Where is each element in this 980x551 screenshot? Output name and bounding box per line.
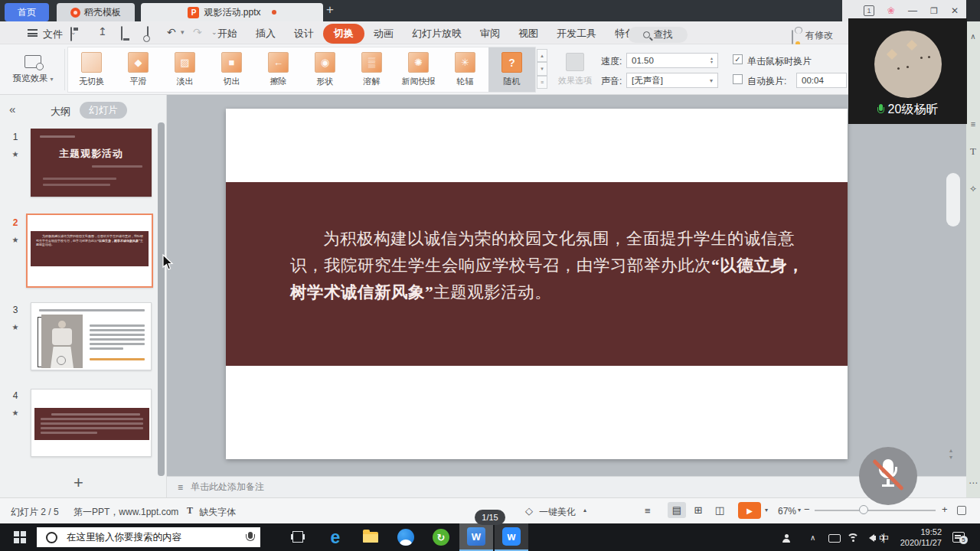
tab-document[interactable]: P 观影活动.pptx [141,3,323,21]
meeting-video-overlay[interactable]: 20级杨昕 [848,18,967,124]
canvas-scroll-arrows[interactable]: ▴ ▾ [949,447,952,461]
menu-item-slideshow[interactable]: 幻灯片放映 [403,24,471,43]
taskbar-meeting[interactable]: w [495,523,528,551]
zoom-slider-track[interactable] [815,510,936,511]
sound-select[interactable]: [无声音] ▾ [626,73,718,88]
clock[interactable]: 19:52 2020/11/27 [894,527,942,548]
panel-scrollbar[interactable] [158,122,165,476]
taskbar-explorer[interactable] [354,523,387,551]
zoom-out-button[interactable]: − [804,504,810,515]
strip-settings-icon[interactable]: ≡ [966,119,980,129]
menu-item-home[interactable]: 开始 [208,24,247,43]
mic-muted-button[interactable] [859,447,917,505]
window-count-icon[interactable]: 1 [864,5,874,16]
tab-docer-templates[interactable]: 稻壳模板 [57,3,135,21]
menu-item-design[interactable]: 设计 [285,24,323,43]
scroll-down-icon[interactable]: ▾ [949,454,952,461]
notes-bar[interactable]: ≡ 单击此处添加备注 [167,476,966,497]
transition-cut[interactable]: ■ 切出 [208,47,255,92]
gallery-scroll-up-icon[interactable]: ▴ [537,49,547,62]
beautify-caret-icon[interactable]: ▴ [583,507,586,514]
transition-morph[interactable]: ◆ 平滑 [115,47,162,92]
zoom-level[interactable]: 67% [778,506,796,517]
menu-item-insert[interactable]: 插入 [247,24,285,43]
fit-to-window-icon[interactable] [957,506,966,515]
menu-item-view[interactable]: 视图 [509,24,547,43]
tray-chevron-icon[interactable]: ∧ [810,533,815,542]
strip-more-icon[interactable]: ⋯ [966,478,980,488]
task-view-button[interactable] [292,531,303,543]
transition-wheel[interactable]: ✳ 轮辐 [442,47,488,92]
collapse-panel-icon[interactable]: « [9,103,15,116]
print-preview-icon[interactable] [147,26,149,41]
transition-newsflash[interactable]: ✺ 新闻快报 [395,47,442,92]
speed-input[interactable]: 01.50 ▴▾ [626,53,718,68]
start-button[interactable] [14,531,26,543]
gallery-scroll-down-icon[interactable]: ▾ [537,62,547,75]
canvas-scrollbar-thumb[interactable] [946,173,960,227]
undo-icon[interactable]: ↶ [167,26,176,38]
auto-advance-input[interactable]: 00:04 [796,73,847,88]
play-caret-icon[interactable]: ▾ [765,507,768,514]
vip-flower-icon[interactable]: ❀ [887,5,895,16]
menu-item-animation[interactable]: 动画 [364,24,403,43]
missing-font-label[interactable]: 缺失字体 [199,506,236,519]
minimize-button[interactable]: — [908,5,917,16]
scroll-up-icon[interactable]: ▴ [949,447,952,454]
beautify-icon[interactable]: ◇ [525,505,533,517]
print-icon[interactable] [121,26,122,41]
tab-outline[interactable]: 大纲 [51,105,70,119]
menu-item-transitions[interactable]: 切换 [323,24,364,44]
transition-dissolve[interactable]: ▒ 溶解 [348,47,395,92]
on-mouse-click-checkbox[interactable]: ✓ [733,54,743,64]
slideshow-play-button[interactable]: ▶ [738,502,761,519]
taskbar-360-browser[interactable]: ↻ [424,523,458,551]
restore-button[interactable]: ❐ [930,6,938,16]
auto-advance-checkbox[interactable] [733,74,743,84]
preview-effect-button[interactable]: 预览效果 ▾ [5,47,61,92]
transition-shape[interactable]: ◉ 形状 [302,47,348,92]
slide-3-thumbnail[interactable] [31,302,152,370]
speed-spinner[interactable]: ▴▾ [710,57,713,64]
transition-fade[interactable]: ▨ 淡出 [162,47,208,92]
view-normal-button[interactable]: ▤ [668,502,686,518]
save-icon[interactable] [70,27,72,41]
slide-1-thumbnail[interactable]: 主题观影活动 [31,129,152,197]
hardware-icon[interactable] [828,534,841,543]
close-button[interactable]: ✕ [951,5,959,16]
zoom-caret-icon[interactable]: ▾ [798,507,801,514]
taskbar-search[interactable]: 在这里输入你要搜索的内容 [37,527,260,547]
undo-caret-icon[interactable]: ▾ [181,28,185,36]
taskbar-edge[interactable]: e [318,523,352,551]
tab-home[interactable]: 首页 [5,3,49,21]
view-sorter-button[interactable]: ⊞ [689,502,707,518]
volume-icon[interactable] [865,534,874,542]
ime-indicator[interactable]: 中 [879,532,889,546]
people-icon[interactable] [782,534,790,542]
slide-2-thumbnail-selected[interactable]: 为积极构建以诚信为荣的校园文化氛围，全面提升学生的诚信意识，我院研究生学生会响应… [26,214,153,288]
notes-toggle-icon[interactable]: ≡ [645,505,651,517]
transition-none[interactable]: 无切换 [68,47,115,92]
add-slide-button[interactable]: + [74,473,83,493]
beautify-button[interactable]: 一键美化 [539,506,576,519]
menu-item-devtools[interactable]: 开发工具 [547,24,606,43]
file-menu[interactable]: 文件 [43,28,63,41]
menu-item-review[interactable]: 审阅 [471,24,509,43]
gallery-expand-icon[interactable]: ≡ [537,76,547,89]
zoom-slider-handle[interactable] [859,505,868,514]
slide-canvas[interactable]: 为积极构建以诚信为荣的校园文化氛围，全面提升学生的诚信意 识，我院研究生学生会响… [226,109,848,459]
transition-wipe[interactable]: ← 擦除 [255,47,302,92]
strip-sparkle-icon[interactable]: ✧ [966,184,980,194]
slide-4-thumbnail[interactable] [31,389,152,457]
strip-chevron-icon[interactable]: ∧ [966,32,980,41]
new-tab-button[interactable]: + [326,2,334,18]
taskbar-qq-browser[interactable] [389,523,423,551]
tab-slides[interactable]: 幻灯片 [80,102,127,119]
taskbar-wps[interactable]: W [459,523,493,551]
find-button[interactable]: 查找 [628,27,688,43]
main-menu-icon[interactable] [28,29,38,37]
transition-random[interactable]: ? 随机 [488,47,535,92]
strip-text-tool-icon[interactable]: T [966,145,980,158]
view-reading-button[interactable]: ◫ [710,502,729,518]
notification-center-icon[interactable]: 5 [952,532,965,543]
